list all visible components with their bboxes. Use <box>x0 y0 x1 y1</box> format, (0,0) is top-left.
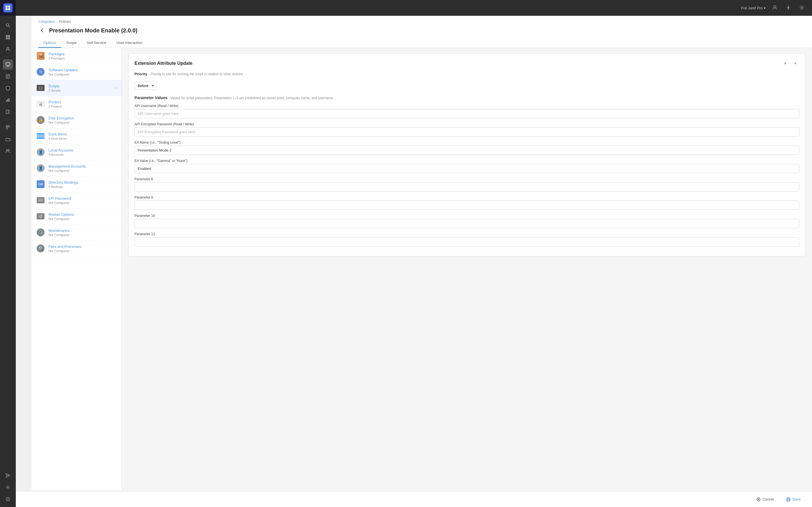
app-logo <box>3 3 12 12</box>
rail-icon-arrow-circle[interactable] <box>3 494 13 504</box>
rail-icon-group[interactable] <box>3 146 13 156</box>
directory-bindings-text: Directory Bindings 0 Bindings <box>49 180 117 188</box>
policy-item-management-accounts[interactable]: 👤 Management Accounts Not Configured <box>32 160 121 176</box>
rail-divider-1 <box>4 17 12 18</box>
policy-item-packages[interactable]: 📦 Packages 0 Packages <box>32 48 121 64</box>
rail-icon-book[interactable] <box>3 107 13 117</box>
efi-password-subtitle: Not Configured <box>49 201 117 205</box>
efi-password-title: EFI Password <box>49 196 117 201</box>
restart-options-subtitle: Not Configured <box>49 217 117 221</box>
svg-point-30 <box>801 7 803 8</box>
management-accounts-text: Management Accounts Not Configured <box>49 164 117 172</box>
close-panel-button[interactable]: × <box>781 59 789 67</box>
param10-input[interactable] <box>135 219 799 228</box>
header-lightning-icon[interactable] <box>784 3 793 13</box>
policy-item-scripts[interactable]: { } Scripts 3 Scripts › <box>32 80 121 96</box>
rail-icon-settings[interactable] <box>3 482 13 492</box>
breadcrumb: Computers : Policies <box>38 20 805 24</box>
policy-item-efi-password[interactable]: EFI EFI Password Not Configured <box>32 192 121 209</box>
svg-rect-6 <box>6 35 8 37</box>
param-section-header: Parameter Values Values for script param… <box>135 96 799 100</box>
ea-name-input[interactable] <box>135 146 799 155</box>
breadcrumb-policies: Policies <box>59 20 71 24</box>
add-panel-button[interactable]: + <box>792 59 799 67</box>
save-button[interactable]: Save <box>781 495 805 504</box>
svg-point-4 <box>6 24 9 26</box>
extension-attribute-card: Extension Attribute Update × + Priority … <box>129 54 805 256</box>
local-accounts-icon: 👤 <box>36 148 45 157</box>
param8-input[interactable] <box>135 182 799 191</box>
rail-icon-chart[interactable] <box>3 95 13 105</box>
directory-bindings-subtitle: 0 Bindings <box>49 185 117 188</box>
svg-rect-21 <box>6 126 8 127</box>
param11-input[interactable] <box>135 237 799 246</box>
policy-item-files-processes[interactable]: 🔍 Files and Processes Not Configured <box>32 240 121 257</box>
breadcrumb-computers[interactable]: Computers <box>38 20 55 24</box>
tab-scope[interactable]: Scope <box>61 38 82 48</box>
rail-icon-shield[interactable] <box>3 83 13 93</box>
ea-value-label: EA Value (i.e., "Gamma" or "None") <box>135 159 799 163</box>
svg-point-10 <box>7 47 9 49</box>
rail-icon-computers[interactable] <box>3 59 13 69</box>
maintenance-subtitle: Not Configured <box>49 233 117 237</box>
disk-encryption-text: Disk Encryption Not Configured <box>49 116 117 124</box>
top-header: Full Jamf Pro ▾ <box>16 0 812 16</box>
policy-list: 📦 Packages 0 Packages ↻ Software Updates… <box>32 48 122 490</box>
policy-item-dock-items[interactable]: DOCK Dock Items 0 Dock Items <box>32 128 121 144</box>
panel-card-title: Extension Attribute Update <box>135 61 193 66</box>
param8-label: Parameter 8 <box>135 177 799 181</box>
tab-options[interactable]: Options <box>38 38 61 48</box>
rail-icon-dashboard[interactable] <box>3 32 13 42</box>
form-group-param8: Parameter 8 <box>135 177 799 191</box>
policy-item-disk-encryption[interactable]: 🔒 Disk Encryption Not Configured <box>32 112 121 128</box>
api-username-input[interactable] <box>135 109 799 118</box>
dock-items-text: Dock Items 0 Dock Items <box>49 132 117 140</box>
policy-item-local-accounts[interactable]: 👤 Local Accounts 0 Accounts <box>32 144 121 160</box>
scripts-arrow-icon: › <box>116 86 117 90</box>
api-password-input[interactable] <box>135 127 799 136</box>
scripts-text: Scripts 3 Scripts <box>49 84 112 92</box>
priority-section: Priority Priority to use for running the… <box>135 72 799 76</box>
packages-text: Packages 0 Packages <box>49 52 117 60</box>
local-accounts-text: Local Accounts 0 Accounts <box>49 148 117 156</box>
dock-items-subtitle: 0 Dock Items <box>49 137 117 140</box>
right-panel: Extension Attribute Update × + Priority … <box>122 48 812 490</box>
rail-icon-extensions[interactable] <box>3 122 13 132</box>
rail-icon-users[interactable] <box>3 44 13 54</box>
files-processes-subtitle: Not Configured <box>49 249 117 252</box>
files-processes-text: Files and Processes Not Configured <box>49 244 117 252</box>
policy-item-directory-bindings[interactable]: DIR Directory Bindings 0 Bindings <box>32 176 121 192</box>
disk-encryption-title: Disk Encryption <box>49 116 117 120</box>
tab-self-service[interactable]: Self Service <box>82 38 111 48</box>
policy-item-maintenance[interactable]: 🔧 Maintenance Not Configured <box>32 224 121 240</box>
svg-rect-0 <box>6 6 8 8</box>
header-user-icon[interactable] <box>770 3 779 13</box>
management-accounts-title: Management Accounts <box>49 164 117 168</box>
rail-divider-3 <box>4 119 12 120</box>
software-updates-icon: ↻ <box>36 67 45 76</box>
tab-user-interaction[interactable]: User Interaction <box>111 38 147 48</box>
main-wrapper: Computers : Policies Presentation Mode E… <box>32 16 812 507</box>
back-button[interactable] <box>38 26 46 34</box>
policy-item-printers[interactable]: 🖨 Printers 0 Printers <box>32 96 121 112</box>
param9-input[interactable] <box>135 201 799 210</box>
priority-description: Priority to use for running the script i… <box>151 72 243 76</box>
policy-item-restart-options[interactable]: ↺ Restart Options Not Configured <box>32 209 121 224</box>
rail-icon-search[interactable] <box>3 20 13 31</box>
svg-rect-36 <box>787 499 790 501</box>
rail-icon-policies[interactable] <box>3 71 13 81</box>
ea-name-label: EA Name (i.e., "Testing Level") <box>135 140 799 145</box>
save-label: Save <box>792 497 801 501</box>
dock-items-icon: DOCK <box>36 131 45 140</box>
param11-label: Parameter 11 <box>135 232 799 236</box>
rail-icon-folder[interactable] <box>3 134 13 144</box>
page-header: Computers : Policies Presentation Mode E… <box>32 16 812 48</box>
rail-icon-paper-plane[interactable] <box>3 470 13 481</box>
ea-value-input[interactable] <box>135 164 799 173</box>
priority-select[interactable]: Before After <box>135 82 157 90</box>
cancel-button[interactable]: Cancel <box>752 495 778 504</box>
maintenance-text: Maintenance Not Configured <box>49 228 117 237</box>
header-gear-icon[interactable] <box>797 3 806 13</box>
svg-rect-9 <box>8 38 10 39</box>
policy-item-software-updates[interactable]: ↻ Software Updates Not Configured <box>32 64 121 80</box>
